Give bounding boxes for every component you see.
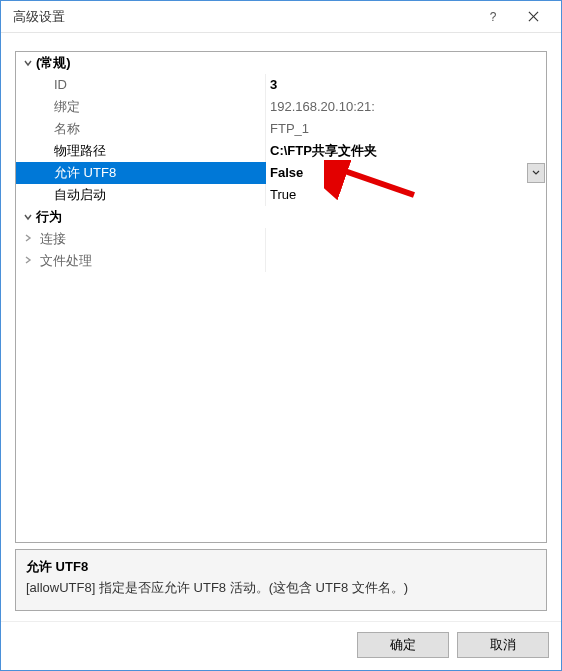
close-button[interactable] [513, 2, 553, 32]
category-behavior[interactable]: 行为 [16, 206, 546, 228]
prop-value [266, 228, 546, 250]
prop-value: 3 [266, 74, 546, 96]
help-button[interactable]: ? [473, 2, 513, 32]
prop-row-name[interactable]: 名称 FTP_1 [16, 118, 546, 140]
description-body: [allowUTF8] 指定是否应允许 UTF8 活动。(这包含 UTF8 文件… [26, 579, 536, 597]
prop-value-text: False [270, 162, 303, 184]
chevron-down-icon[interactable] [20, 58, 36, 68]
prop-value: True [266, 184, 546, 206]
help-icon: ? [488, 11, 499, 22]
property-grid: (常规) ID 3 绑定 192.168.20.10:21: 名称 FTP_1 … [15, 51, 547, 543]
prop-label: 物理路径 [16, 140, 266, 162]
cancel-button[interactable]: 取消 [457, 632, 549, 658]
chevron-down-icon[interactable] [20, 212, 36, 222]
dialog-window: 高级设置 ? (常规) ID 3 绑定 192.168.20.10:21: [0, 0, 562, 671]
prop-row-id[interactable]: ID 3 [16, 74, 546, 96]
svg-text:?: ? [489, 11, 496, 22]
button-bar: 确定 取消 [1, 621, 561, 670]
prop-label: 自动启动 [16, 184, 266, 206]
subcategory-connection[interactable]: 连接 [16, 228, 546, 250]
prop-row-autostart[interactable]: 自动启动 True [16, 184, 546, 206]
prop-label: 允许 UTF8 [16, 162, 266, 184]
category-behavior-label: 行为 [36, 206, 62, 228]
prop-value[interactable]: False [266, 162, 546, 184]
description-title: 允许 UTF8 [26, 558, 536, 576]
prop-value [266, 250, 546, 272]
category-general-label: (常规) [36, 52, 71, 74]
prop-label: 名称 [16, 118, 266, 140]
prop-value: C:\FTP共享文件夹 [266, 140, 546, 162]
chevron-right-icon[interactable] [20, 255, 36, 265]
chevron-right-icon[interactable] [20, 233, 36, 243]
chevron-down-icon [532, 170, 540, 176]
ok-button[interactable]: 确定 [357, 632, 449, 658]
dropdown-button[interactable] [527, 163, 545, 183]
close-icon [528, 11, 539, 22]
prop-row-utf8[interactable]: 允许 UTF8 False [16, 162, 546, 184]
category-general[interactable]: (常规) [16, 52, 546, 74]
window-title: 高级设置 [13, 8, 473, 26]
prop-value: 192.168.20.10:21: [266, 96, 546, 118]
subcategory-label: 连接 [16, 228, 266, 250]
prop-row-path[interactable]: 物理路径 C:\FTP共享文件夹 [16, 140, 546, 162]
prop-row-binding[interactable]: 绑定 192.168.20.10:21: [16, 96, 546, 118]
prop-label: ID [16, 74, 266, 96]
subcategory-filehandling[interactable]: 文件处理 [16, 250, 546, 272]
subcategory-label: 文件处理 [16, 250, 266, 272]
description-panel: 允许 UTF8 [allowUTF8] 指定是否应允许 UTF8 活动。(这包含… [15, 549, 547, 611]
titlebar: 高级设置 ? [1, 1, 561, 33]
content-area: (常规) ID 3 绑定 192.168.20.10:21: 名称 FTP_1 … [1, 33, 561, 621]
prop-value: FTP_1 [266, 118, 546, 140]
prop-label: 绑定 [16, 96, 266, 118]
